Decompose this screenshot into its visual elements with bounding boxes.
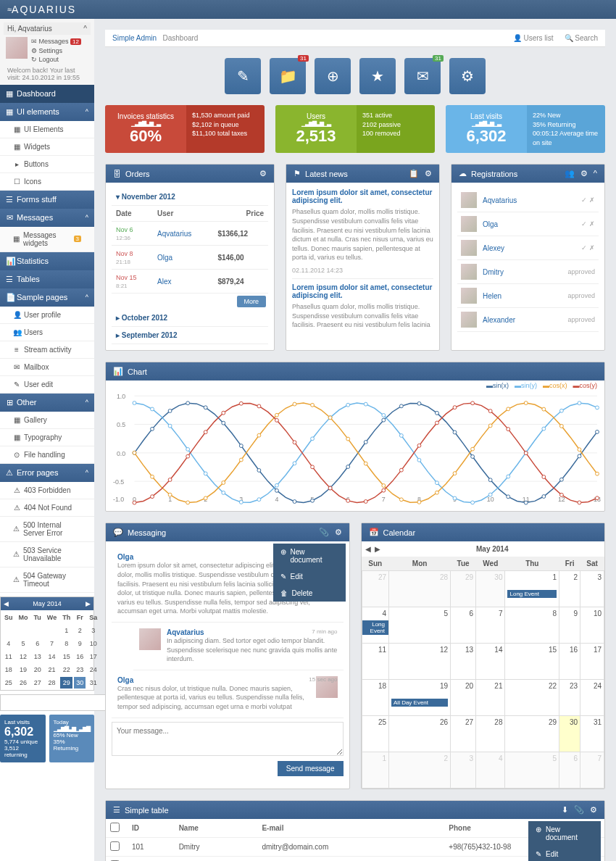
avatar[interactable] — [139, 628, 161, 650]
svg-point-58 — [275, 484, 278, 488]
select-all[interactable] — [110, 823, 120, 832]
dd-new[interactable]: ⊕ New document — [273, 544, 346, 568]
svg-point-42 — [471, 455, 475, 459]
nav-messages[interactable]: ✉Messages^ — [0, 209, 94, 227]
search-link[interactable]: 🔍 Search — [565, 34, 598, 42]
tile-mail[interactable]: ✉31 — [404, 58, 441, 94]
tile-folder[interactable]: 📁31 — [270, 58, 306, 94]
svg-point-130 — [596, 496, 599, 500]
attach-icon[interactable]: 📎 — [319, 528, 329, 537]
reg-item[interactable]: Alexey✓ ✗ — [457, 236, 599, 260]
settings-link[interactable]: ⚙ Settings — [31, 46, 81, 56]
nav-item-widgets[interactable]: ▦Widgets — [0, 138, 94, 156]
nav-item-profile[interactable]: 👤User profile — [0, 307, 94, 324]
nav-item-504[interactable]: ⚠504 Gateway Timeout — [0, 567, 94, 593]
tile-edit[interactable]: ✎ — [225, 58, 261, 94]
nav-item-users[interactable]: 👥Users — [0, 324, 94, 341]
nav-item-gallery[interactable]: ▦Gallery — [0, 412, 94, 429]
nav-tables[interactable]: ☰Tables — [0, 270, 94, 288]
nav-item-useredit[interactable]: ✎User edit — [0, 376, 94, 394]
accordion-nov[interactable]: ▾ November 2012 — [112, 188, 268, 206]
message-input[interactable] — [112, 722, 344, 756]
nav-item-404[interactable]: ⚠404 Not Found — [0, 499, 94, 517]
cal-prev[interactable]: ◀ — [365, 545, 371, 553]
gear-icon[interactable]: ⚙ — [425, 169, 432, 178]
dd-delete[interactable]: 🗑 Delete — [273, 585, 346, 602]
more-button[interactable]: More — [237, 296, 267, 307]
nav-item-ui[interactable]: ▦UI Elements — [0, 121, 94, 138]
svg-point-29 — [239, 444, 243, 448]
archive-icon: 🗄 — [113, 170, 121, 178]
reg-item[interactable]: Dmitryapproved — [457, 260, 599, 284]
svg-point-59 — [293, 462, 296, 465]
brand: AQUARIUS — [12, 4, 76, 15]
nav-ui-elements[interactable]: ▦UI elements^ — [0, 103, 94, 121]
messages-link[interactable]: ✉ Messages 12 — [31, 37, 81, 46]
svg-point-116 — [346, 499, 350, 503]
gear-icon[interactable]: ⚙ — [590, 805, 597, 815]
svg-point-110 — [239, 402, 243, 406]
stat-users: Users▁▃▆▇▃▆▁▃2,513 351 active2102 passiv… — [275, 105, 435, 153]
nav-dashboard[interactable]: ▦Dashboard — [0, 85, 94, 103]
nav-statistics[interactable]: 📊Statistics — [0, 252, 94, 270]
users-icon[interactable]: 👥 — [565, 169, 575, 178]
users-list-link[interactable]: 👤 Users list — [513, 34, 554, 42]
svg-point-64 — [382, 414, 386, 417]
cal-next[interactable]: ▶ — [375, 545, 380, 553]
gear-icon[interactable]: ⚙ — [259, 169, 267, 178]
dd-new[interactable]: ⊕ New document — [528, 821, 601, 846]
table-panel: ☰Simple table⬇📎⚙ ⊕ New document ✎ Edit 🗑… — [105, 800, 605, 861]
gear-icon[interactable]: ⚙ — [335, 528, 342, 537]
nav-forms[interactable]: ☰Forms stuff — [0, 191, 94, 209]
accordion-oct[interactable]: ▸ October 2012 — [112, 309, 268, 327]
news-panel: ⚑Latest news📋⚙ Lorem ipsum dolor sit ame… — [286, 164, 440, 351]
nav-item-file[interactable]: ⊙File handling — [0, 446, 94, 464]
attach-icon[interactable]: 📎 — [574, 805, 584, 815]
dd-edit[interactable]: ✎ Edit — [528, 846, 601, 861]
cal-prev[interactable]: ◀ — [4, 600, 9, 607]
nav-other[interactable]: ⊞Other^ — [0, 394, 94, 412]
svg-point-87 — [311, 404, 315, 407]
nav-item-buttons[interactable]: ▸Buttons — [0, 156, 94, 173]
svg-point-86 — [293, 403, 296, 407]
mini-cal-grid[interactable]: SuMoTuWeThFrSa 123 45678910 111213141516… — [1, 610, 101, 690]
nav-sample[interactable]: 📄Sample pages^ — [0, 288, 94, 307]
svg-point-102 — [578, 448, 581, 452]
nav-item-typo[interactable]: ▦Typography — [0, 429, 94, 446]
nav-item-icons[interactable]: ☐Icons — [0, 173, 94, 191]
svg-point-127 — [542, 475, 546, 479]
table-dropdown: ⊕ New document ✎ Edit 🗑 Delete — [528, 821, 601, 861]
tile-add[interactable]: ⊕ — [315, 58, 351, 94]
nav-item-msg-widgets[interactable]: ▦Messages widgets3 — [0, 227, 94, 252]
tile-settings[interactable]: ⚙ — [449, 58, 486, 94]
send-button[interactable]: Send message — [278, 761, 344, 776]
nav-item-mailbox[interactable]: ✉Mailbox — [0, 359, 94, 376]
table-row[interactable]: Nov 612:36Aqvatarius$1366,12 — [112, 222, 268, 246]
avatar[interactable] — [6, 37, 28, 59]
tile-star[interactable]: ★ — [359, 58, 396, 94]
svg-point-95 — [453, 472, 457, 475]
table-row[interactable]: Nov 821:18Olga$146,00 — [112, 246, 268, 270]
svg-point-112 — [275, 419, 278, 423]
gear-icon[interactable]: ⚙ — [580, 169, 588, 178]
svg-point-62 — [346, 404, 350, 407]
accordion-sep[interactable]: ▸ September 2012 — [112, 327, 268, 344]
collapse-icon[interactable]: ^ — [83, 25, 87, 33]
reg-item[interactable]: Aqvatarius✓ ✗ — [457, 188, 599, 212]
table-row[interactable]: Nov 158:21Alex$879,24 — [112, 270, 268, 294]
collapse-icon[interactable]: ^ — [594, 169, 597, 178]
logout-link[interactable]: ↻ Logout — [31, 55, 81, 65]
nav-errors[interactable]: ⚠Error pages^ — [0, 464, 94, 482]
dd-edit[interactable]: ✎ Edit — [273, 568, 346, 585]
svg-text:-1.0: -1.0 — [113, 496, 124, 503]
copy-icon[interactable]: 📋 — [409, 169, 419, 178]
download-icon[interactable]: ⬇ — [562, 805, 568, 815]
reg-item[interactable]: Olga✓ ✗ — [457, 212, 599, 236]
nav-item-503[interactable]: ⚠503 Service Unavailable — [0, 542, 94, 567]
nav-item-500[interactable]: ⚠500 Internal Server Error — [0, 517, 94, 542]
reg-item[interactable]: Alexanderapproved — [457, 308, 599, 332]
nav-item-stream[interactable]: ≡Stream activity — [0, 341, 94, 359]
reg-item[interactable]: Helenapproved — [457, 284, 599, 308]
cal-next[interactable]: ▶ — [86, 600, 91, 607]
nav-item-403[interactable]: ⚠403 Forbidden — [0, 482, 94, 499]
